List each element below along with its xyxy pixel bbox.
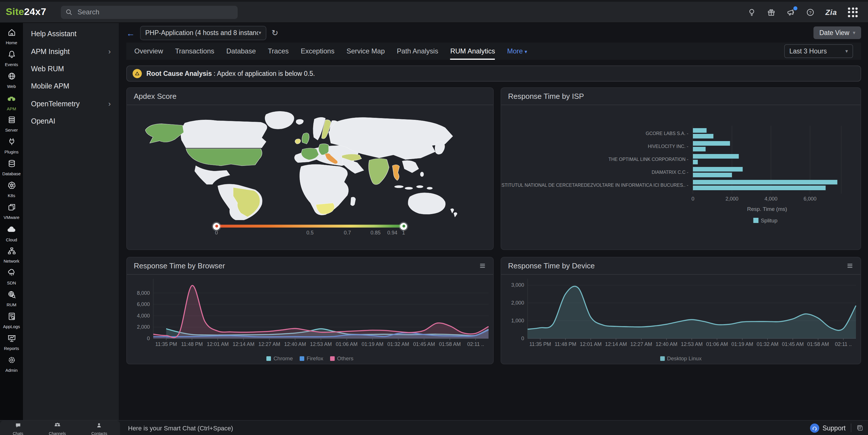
sidebar-item[interactable]: K8s — [0, 179, 23, 201]
sidebar-item-icon — [7, 116, 16, 126]
search-input[interactable] — [76, 7, 233, 17]
greenland — [265, 112, 294, 129]
root-cause-banner: Root Cause Analysis : Apdex of applicati… — [126, 65, 861, 82]
svg-text:02:11 ..: 02:11 .. — [467, 341, 484, 347]
main-content: ← PHP-Application (4 hosts and 8 instanc… — [119, 23, 868, 420]
sidebar-item-icon — [7, 72, 16, 83]
svg-text:01:45 AM: 01:45 AM — [413, 341, 435, 347]
svg-text:12:53 AM: 12:53 AM — [681, 341, 703, 347]
apdex-range-slider[interactable]: 00.50.70.850.941 — [216, 225, 404, 237]
announcements-icon[interactable] — [786, 8, 795, 17]
hamburger-menu-icon[interactable] — [846, 262, 854, 269]
submenu-item[interactable]: OpenTelemetry › — [23, 95, 119, 113]
svg-text:01:06 AM: 01:06 AM — [336, 341, 358, 347]
sidebar-item-icon — [7, 137, 16, 148]
chat-dock: Chats Channels Contacts — [0, 420, 120, 435]
apps-grid-icon[interactable] — [848, 7, 858, 17]
tab[interactable]: More▾ — [507, 42, 527, 60]
svg-text:2,000: 2,000 — [511, 300, 524, 306]
submenu-item[interactable]: Help Assistant — [23, 25, 119, 42]
sidebar-item[interactable]: SDN — [0, 266, 23, 288]
global-search[interactable] — [61, 5, 238, 19]
sidebar-item[interactable]: VMware — [0, 201, 23, 222]
svg-text:12:53 AM: 12:53 AM — [310, 341, 332, 347]
sidebar-item[interactable]: Events — [0, 48, 23, 69]
mexico — [195, 166, 229, 184]
chat-dock-item[interactable]: Chats — [13, 420, 24, 435]
sidebar-item[interactable]: APM — [0, 91, 23, 113]
svg-text:Resp. Time (ms): Resp. Time (ms) — [747, 206, 787, 212]
sidebar-item-icon — [7, 356, 16, 367]
submenu-item[interactable]: Web RUM — [23, 60, 119, 78]
svg-text:11:35 PM: 11:35 PM — [155, 341, 177, 347]
tab[interactable]: Overview — [134, 42, 163, 60]
apdex-world-map[interactable] — [134, 108, 486, 220]
svg-text:4,000: 4,000 — [137, 313, 150, 319]
tab[interactable]: Transactions — [175, 42, 214, 60]
help-icon[interactable]: ? — [806, 8, 814, 17]
chevron-down-icon: ▾ — [524, 49, 527, 55]
southeast-asia — [402, 161, 418, 173]
panel-title: Response Time by Device — [508, 261, 595, 270]
zia-icon[interactable]: Zia — [825, 8, 837, 17]
tab[interactable]: RUM Analytics — [451, 42, 495, 60]
hamburger-menu-icon[interactable] — [479, 262, 486, 269]
site24x7-logo[interactable]: Site24x7 — [0, 6, 61, 18]
new-zealand — [451, 209, 457, 217]
svg-text:INSTITUTUL NATIONAL DE CERCETA: INSTITUTUL NATIONAL DE CERCETAREDEZVOLTA… — [501, 183, 688, 187]
sidebar-item[interactable]: AppLogs — [0, 310, 23, 331]
sidebar-item[interactable]: Cloud — [0, 222, 23, 244]
svg-text:12:14 AM: 12:14 AM — [232, 341, 254, 347]
back-arrow-icon[interactable]: ← — [126, 28, 135, 37]
sidebar-item[interactable]: Home — [0, 26, 23, 48]
sidebar-item[interactable]: RUM — [0, 288, 23, 310]
tab[interactable]: Service Map — [346, 42, 384, 60]
chat-dock-item[interactable]: Channels — [49, 420, 66, 435]
sidebar-item[interactable]: Web — [0, 69, 23, 91]
sidebar-item[interactable]: Admin — [0, 353, 23, 375]
sidebar-item[interactable]: Plugins — [0, 135, 23, 157]
sidebar-item[interactable]: Reports — [0, 331, 23, 353]
apdex-gradient-track[interactable] — [216, 225, 404, 228]
app-shell: Home Events Web APM Server Plugins — [0, 23, 868, 420]
panel-title: Apdex Score — [134, 92, 177, 100]
smart-chat-input[interactable]: Here is your Smart Chat (Ctrl+Space) — [120, 420, 810, 435]
submenu-item[interactable]: APM Insight › — [23, 42, 119, 60]
submenu-item[interactable]: Mobile APM — [23, 78, 119, 95]
application-selector[interactable]: PHP-Application (4 hosts and 8 instances… — [140, 26, 267, 40]
sidebar-item-icon — [7, 181, 16, 192]
sidebar-item-icon — [7, 93, 16, 105]
refresh-icon[interactable]: ↻ — [272, 29, 278, 37]
tab-bar: OverviewTransactionsDatabaseTracesExcept… — [126, 42, 861, 60]
svg-text:0: 0 — [521, 336, 524, 341]
app-window: Site24x7 ? Zia — [0, 0, 868, 435]
svg-text:11:48 PM: 11:48 PM — [181, 341, 203, 347]
svg-text:12:27 AM: 12:27 AM — [630, 341, 652, 347]
time-range-selector[interactable]: Last 3 Hours ▾ — [784, 44, 853, 58]
tab[interactable]: Exceptions — [301, 42, 334, 60]
rewards-icon[interactable] — [767, 8, 775, 17]
idea-icon[interactable] — [747, 8, 756, 17]
sidebar-item[interactable]: Server — [0, 113, 23, 135]
chat-dock-icon — [96, 420, 102, 431]
tab[interactable]: Database — [226, 42, 256, 60]
svg-text:GCORE LABS S.A. -: GCORE LABS S.A. - — [646, 131, 688, 136]
sidebar-item-icon — [7, 290, 16, 301]
legend-item: Firefox — [300, 355, 323, 361]
sidebar-item[interactable]: Database — [0, 157, 23, 179]
chat-window-icon[interactable] — [857, 424, 863, 431]
submenu-item[interactable]: OpenAI — [23, 113, 119, 130]
svg-text:01:19 AM: 01:19 AM — [732, 341, 753, 347]
tab[interactable]: Traces — [268, 42, 288, 60]
chevron-down-icon: ▾ — [853, 30, 856, 36]
svg-text:01:19 AM: 01:19 AM — [362, 341, 383, 347]
svg-text:6,000: 6,000 — [137, 301, 150, 307]
slider-handle-min[interactable] — [213, 223, 220, 230]
date-view-button[interactable]: Date View ▾ — [814, 26, 861, 39]
support-button[interactable]: Support — [810, 423, 846, 432]
sidebar-item[interactable]: Network — [0, 244, 23, 266]
tab[interactable]: Path Analysis — [397, 42, 438, 60]
chat-dock-item[interactable]: Contacts — [91, 420, 107, 435]
chevron-right-icon: › — [108, 47, 111, 56]
slider-handle-max[interactable] — [400, 223, 407, 230]
